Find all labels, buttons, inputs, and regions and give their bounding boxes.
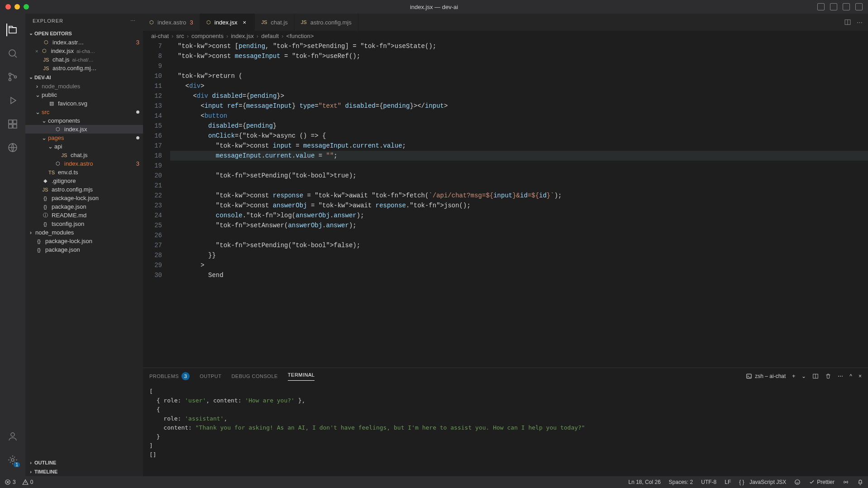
warnings-status[interactable]: 0 bbox=[22, 479, 33, 485]
tab-label: index.jsx bbox=[215, 19, 238, 26]
accounts-icon[interactable] bbox=[6, 430, 19, 443]
tree-item[interactable]: {}tsconfig.json bbox=[25, 220, 143, 228]
debug-console-tab[interactable]: DEBUG CONSOLE bbox=[231, 373, 277, 379]
settings-gear-icon[interactable]: 1 bbox=[6, 454, 19, 466]
timeline-header[interactable]: › TIMELINE bbox=[25, 467, 143, 476]
notifications-icon[interactable] bbox=[857, 479, 863, 485]
breadcrumb-item[interactable]: default bbox=[261, 33, 279, 39]
extensions-icon[interactable] bbox=[6, 118, 19, 130]
breadcrumb-item[interactable]: src bbox=[176, 33, 184, 39]
split-editor-icon[interactable] bbox=[844, 19, 851, 26]
svg-point-0 bbox=[9, 50, 15, 56]
tree-item[interactable]: ⌄api bbox=[25, 142, 143, 151]
code-lines[interactable]: "tok-kw">const [pending, "tok-fn">setPen… bbox=[170, 41, 868, 368]
open-editors-label: OPEN EDITORS bbox=[34, 31, 72, 36]
line-gutter: 7891011121314151617181920212223242526272… bbox=[143, 41, 170, 368]
tree-item[interactable]: {}package.json bbox=[25, 245, 143, 254]
explorer-icon[interactable] bbox=[6, 24, 19, 36]
editor-tab[interactable]: ⬡index.astro3 bbox=[143, 14, 200, 31]
prettier-status[interactable]: Prettier bbox=[809, 479, 835, 485]
file-name: chat.js bbox=[71, 152, 88, 158]
code-editor[interactable]: 7891011121314151617181920212223242526272… bbox=[143, 41, 868, 368]
more-terminal-icon[interactable]: ⋯ bbox=[838, 373, 843, 379]
tree-item[interactable]: TSenv.d.ts bbox=[25, 168, 143, 177]
close-window-icon[interactable] bbox=[5, 4, 11, 10]
tree-item[interactable]: JSchat.js bbox=[25, 151, 143, 159]
close-panel-icon[interactable]: × bbox=[858, 373, 862, 379]
minimize-window-icon[interactable] bbox=[14, 4, 20, 10]
encoding-status[interactable]: UTF-8 bbox=[701, 479, 716, 485]
more-actions-icon[interactable]: ⋯ bbox=[857, 19, 863, 26]
kill-terminal-icon[interactable] bbox=[825, 373, 831, 379]
layout-primary-icon[interactable] bbox=[817, 3, 825, 10]
maximize-window-icon[interactable] bbox=[24, 4, 29, 10]
file-name: tsconfig.json bbox=[52, 220, 84, 227]
title-bar-actions bbox=[817, 3, 863, 10]
editor-tab[interactable]: ⬡index.jsx× bbox=[200, 14, 255, 31]
layout-secondary-icon[interactable] bbox=[843, 3, 850, 10]
tree-item[interactable]: {}package-lock.json bbox=[25, 237, 143, 245]
file-icon: JS bbox=[43, 57, 50, 62]
breadcrumb-item[interactable]: ai-chat bbox=[151, 33, 169, 39]
tree-item[interactable]: ⬡index.astro3 bbox=[25, 159, 143, 168]
tree-item[interactable]: ⌄public bbox=[25, 91, 143, 99]
project-header[interactable]: ⌄ DEV-AI bbox=[25, 72, 143, 82]
file-icon: JS bbox=[43, 66, 50, 71]
tree-item[interactable]: ⌄src bbox=[25, 108, 143, 116]
problems-count-badge: 3 bbox=[181, 372, 190, 380]
tree-item[interactable]: ⌄components bbox=[25, 116, 143, 125]
open-editor-item[interactable]: ×⬡index.jsxai-cha… bbox=[25, 47, 143, 55]
tree-item[interactable]: JSastro.config.mjs bbox=[25, 185, 143, 194]
close-tab-icon[interactable]: × bbox=[241, 19, 248, 26]
terminal-dropdown-icon[interactable]: ⌄ bbox=[801, 373, 806, 379]
layout-customize-icon[interactable] bbox=[855, 3, 863, 10]
tree-item[interactable]: ⬡index.jsx bbox=[25, 125, 143, 134]
tree-item[interactable]: ›node_modules bbox=[25, 228, 143, 237]
remote-icon[interactable] bbox=[6, 141, 19, 154]
problems-tab[interactable]: PROBLEMS 3 bbox=[149, 372, 190, 380]
broadcast-icon[interactable] bbox=[843, 479, 849, 485]
open-editor-item[interactable]: JSastro.config.mj… bbox=[25, 64, 143, 72]
open-editor-item[interactable]: JSchat.jsai-chat/… bbox=[25, 55, 143, 64]
layout-panel-icon[interactable] bbox=[830, 3, 837, 10]
eol-status[interactable]: LF bbox=[725, 479, 731, 485]
svg-point-2 bbox=[9, 79, 11, 81]
maximize-panel-icon[interactable]: ^ bbox=[849, 373, 852, 379]
indentation-status[interactable]: Spaces: 2 bbox=[669, 479, 693, 485]
errors-status[interactable]: 3 bbox=[5, 479, 16, 485]
search-icon[interactable] bbox=[6, 47, 19, 60]
open-editors-header[interactable]: ⌄ OPEN EDITORS bbox=[25, 29, 143, 38]
run-debug-icon[interactable] bbox=[6, 94, 19, 107]
close-icon[interactable]: × bbox=[35, 48, 38, 54]
terminal-tab[interactable]: TERMINAL bbox=[288, 372, 315, 381]
breadcrumb-item[interactable]: components bbox=[191, 33, 224, 39]
breadcrumb[interactable]: ai-chat›src›components›index.jsx›default… bbox=[143, 31, 868, 41]
output-tab[interactable]: OUTPUT bbox=[200, 373, 221, 379]
add-terminal-icon[interactable]: + bbox=[792, 373, 795, 379]
tree-item[interactable]: ◆.gitignore bbox=[25, 177, 143, 185]
split-terminal-icon[interactable] bbox=[812, 373, 819, 379]
source-control-icon[interactable] bbox=[6, 71, 19, 83]
file-name: index.jsx bbox=[51, 48, 74, 54]
tree-item[interactable]: ⓘREADME.md bbox=[25, 211, 143, 220]
settings-badge: 1 bbox=[14, 462, 20, 467]
cursor-position[interactable]: Ln 18, Col 26 bbox=[628, 479, 660, 485]
language-status[interactable]: { } JavaScript JSX bbox=[739, 479, 786, 485]
breadcrumb-item[interactable]: <function> bbox=[286, 33, 314, 39]
editor-tab[interactable]: JSchat.js bbox=[255, 14, 294, 31]
shell-indicator[interactable]: zsh – ai-chat bbox=[746, 373, 786, 379]
tree-item[interactable]: {}package.json bbox=[25, 202, 143, 211]
svg-point-9 bbox=[11, 433, 14, 436]
editor-tab[interactable]: JSastro.config.mjs bbox=[295, 14, 358, 31]
more-icon[interactable]: ⋯ bbox=[130, 18, 136, 24]
terminal-output[interactable]: [ { role: 'user', content: 'How are you?… bbox=[143, 384, 868, 476]
outline-header[interactable]: › OUTLINE bbox=[25, 458, 143, 467]
tree-item[interactable]: ›node_modules bbox=[25, 82, 143, 91]
tree-item[interactable]: {}package-lock.json bbox=[25, 194, 143, 202]
breadcrumb-item[interactable]: index.jsx bbox=[231, 33, 254, 39]
tree-item[interactable]: ▧favicon.svg bbox=[25, 99, 143, 108]
tree-item[interactable]: ⌄pages bbox=[25, 134, 143, 142]
open-editor-item[interactable]: ⬡index.astr…3 bbox=[25, 38, 143, 47]
feedback-icon[interactable] bbox=[794, 479, 801, 485]
timeline-label: TIMELINE bbox=[34, 469, 57, 474]
